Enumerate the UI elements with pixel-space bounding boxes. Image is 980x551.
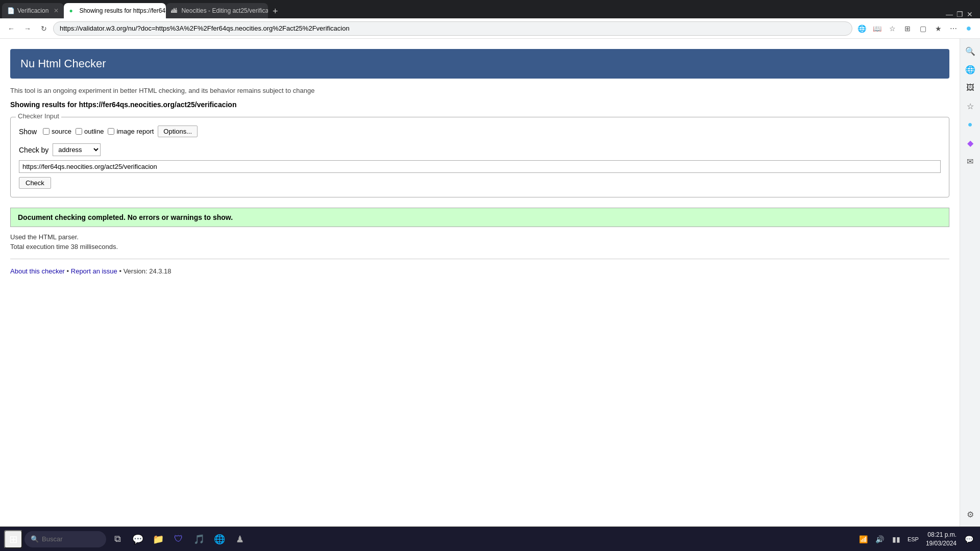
tab-label-2: Showing results for https://fer64... (79, 7, 166, 14)
tab-label-3: Neocities - Editing act25/verifica... (181, 7, 268, 14)
back-button[interactable]: ← (4, 21, 18, 36)
reader-mode-icon[interactable]: 📖 (870, 21, 884, 36)
options-button[interactable]: Options... (158, 126, 198, 137)
tab-nu-checker[interactable]: ● Showing results for https://fer64... ✕ (64, 3, 166, 18)
start-button[interactable]: ⊞ (4, 530, 22, 548)
tray-clock[interactable]: 08:21 p.m. 19/03/2024 (923, 531, 960, 548)
sidebar-collections-icon[interactable]: ● (962, 116, 978, 133)
close-button[interactable]: ✕ (966, 10, 974, 18)
version-text: Version: 24.3.18 (124, 267, 172, 275)
restore-button[interactable]: ❐ (955, 10, 964, 18)
tray-time-value: 08:21 p.m. (926, 531, 957, 539)
tabs-bar: 📄 Verificacion ✕ ● Showing results for h… (0, 0, 980, 18)
check-by-select[interactable]: address text input file upload (53, 143, 101, 156)
more-options-icon[interactable]: ⋯ (946, 21, 961, 36)
taskbar-search-icon: 🔍 (31, 535, 39, 543)
check-button[interactable]: Check (19, 177, 51, 189)
sidebar-gallery-icon[interactable]: 🖼 (962, 80, 978, 96)
favorites-sidebar-icon[interactable]: ★ (931, 21, 945, 36)
sidebar-search-icon[interactable]: 🔍 (962, 43, 978, 59)
browser-chrome: 📄 Verificacion ✕ ● Showing results for h… (0, 0, 980, 39)
footer-divider (10, 259, 949, 259)
translate-icon[interactable]: 🌐 (854, 21, 869, 36)
tab-close-1[interactable]: ✕ (54, 7, 59, 14)
tab-verificacion[interactable]: 📄 Verificacion ✕ (2, 3, 64, 18)
tray-date-value: 19/03/2024 (926, 539, 957, 548)
tray-network-icon[interactable]: 📶 (856, 532, 871, 546)
sidebar-globe-icon[interactable]: 🌐 (962, 61, 978, 78)
sidebar-purple-icon[interactable]: ◆ (962, 135, 978, 151)
url-input[interactable] (19, 160, 941, 173)
sidebar-settings-icon[interactable]: ⚙ (962, 506, 978, 522)
tab-favicon-3: 🏙 (171, 7, 178, 14)
checker-input-box: Checker Input Show source outline image … (10, 117, 949, 197)
taskbar-app4[interactable]: 🛡 (169, 530, 188, 548)
outline-checkbox-label[interactable]: outline (76, 128, 104, 135)
tab-neocities[interactable]: 🏙 Neocities - Editing act25/verifica... … (166, 3, 268, 18)
checker-input-legend: Checker Input (16, 112, 61, 120)
taskbar-steam[interactable]: ♟ (231, 530, 249, 548)
checker-header: Nu Html Checker (10, 49, 949, 79)
sidebar-mail-icon[interactable]: ✉ (962, 153, 978, 169)
success-banner: Document checking completed. No errors o… (10, 208, 949, 227)
taskbar: ⊞ 🔍 ⧉ 💬 📁 🛡 🎵 🌐 ♟ 📶 🔊 ▮▮ ESP 08:21 p.m. … (0, 527, 980, 551)
tray-battery-icon: ▮▮ (889, 532, 903, 546)
minimize-button[interactable]: — (945, 10, 953, 18)
taskbar-search-box[interactable]: 🔍 (24, 531, 106, 547)
image-report-checkbox[interactable] (108, 128, 114, 135)
checker-subtitle: This tool is an ongoing experiment in be… (10, 87, 949, 94)
separator-2: • (119, 267, 123, 275)
right-sidebar: 🔍 🌐 🖼 ☆ ● ◆ ✉ ⚙ (960, 39, 980, 527)
taskbar-task-view[interactable]: ⧉ (108, 530, 127, 548)
taskbar-spotify[interactable]: 🎵 (190, 530, 208, 548)
source-checkbox[interactable] (43, 128, 50, 135)
nav-icons: 🌐 📖 ☆ ⊞ ▢ ★ ⋯ ● (854, 21, 976, 36)
show-label: Show (19, 128, 37, 136)
split-view-icon[interactable]: ▢ (916, 21, 930, 36)
separator-1: • (67, 267, 69, 275)
taskbar-folder[interactable]: 📁 (149, 530, 167, 548)
show-row: Show source outline image report Options… (19, 126, 941, 137)
execution-time: Total execution time 38 milliseconds. (10, 243, 949, 251)
tray-lang-badge[interactable]: ESP (905, 535, 921, 543)
check-by-label: Check by (19, 146, 48, 154)
check-by-row: Check by address text input file upload (19, 143, 941, 156)
navigation-bar: ← → ↻ 🌐 📖 ☆ ⊞ ▢ ★ ⋯ ● (0, 18, 980, 39)
taskbar-search-input[interactable] (42, 535, 93, 543)
notification-button[interactable]: 💬 (962, 532, 976, 546)
sidebar-favorites-icon[interactable]: ☆ (962, 98, 978, 114)
refresh-button[interactable]: ↻ (37, 21, 51, 36)
favorites-icon[interactable]: ☆ (885, 21, 899, 36)
collections-icon[interactable]: ⊞ (900, 21, 915, 36)
report-issue-link[interactable]: Report an issue (71, 267, 117, 275)
address-bar[interactable] (53, 21, 852, 36)
forward-button[interactable]: → (20, 21, 35, 36)
about-checker-link[interactable]: About this checker (10, 267, 65, 275)
source-checkbox-label[interactable]: source (43, 128, 71, 135)
taskbar-whatsapp[interactable]: 💬 (129, 530, 147, 548)
new-tab-button[interactable]: + (268, 4, 282, 18)
source-label: source (52, 128, 71, 135)
image-report-label: image report (116, 128, 154, 135)
taskbar-browser[interactable]: 🌐 (210, 530, 229, 548)
tab-favicon-2: ● (69, 7, 76, 14)
showing-results: Showing results for https://fer64qs.neoc… (10, 101, 949, 109)
image-report-checkbox-label[interactable]: image report (108, 128, 154, 135)
outline-label: outline (84, 128, 104, 135)
profile-icon[interactable]: ● (962, 21, 976, 36)
parser-info: Used the HTML parser. (10, 233, 949, 241)
footer-links: About this checker • Report an issue • V… (10, 267, 949, 275)
success-message: Document checking completed. No errors o… (18, 213, 233, 221)
page-content: Nu Html Checker This tool is an ongoing … (0, 39, 960, 527)
tab-favicon-1: 📄 (7, 7, 14, 14)
checker-title: Nu Html Checker (20, 57, 939, 70)
window-controls: — ❐ ✕ (945, 10, 974, 18)
outline-checkbox[interactable] (76, 128, 82, 135)
browser-body: Nu Html Checker This tool is an ongoing … (0, 39, 980, 527)
tray-volume-icon[interactable]: 🔊 (873, 532, 887, 546)
tab-label-1: Verificacion (17, 7, 48, 14)
